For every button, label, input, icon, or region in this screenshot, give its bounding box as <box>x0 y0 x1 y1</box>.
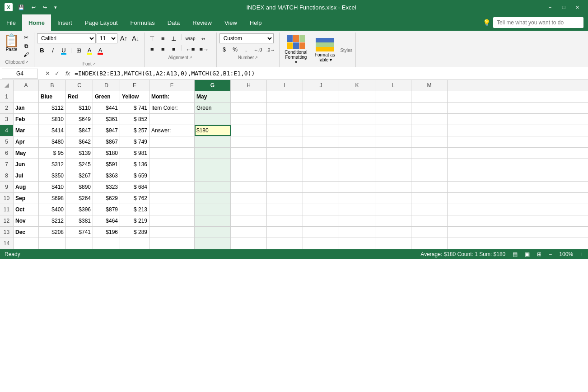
cell-I14[interactable] <box>267 238 303 249</box>
maximize-btn[interactable]: □ <box>557 2 570 12</box>
cell-J11[interactable] <box>303 204 339 215</box>
decrease-font-btn[interactable]: A↓ <box>130 33 141 43</box>
cell-D1[interactable]: Green <box>93 91 120 102</box>
cell-D10[interactable]: $629 <box>93 193 120 204</box>
cell-D9[interactable]: $323 <box>93 182 120 192</box>
cell-B14[interactable] <box>39 238 66 249</box>
number-format-select[interactable]: Custom General Number Currency Accountin… <box>219 33 274 43</box>
cell-M2[interactable] <box>411 103 448 113</box>
customize-quick-btn[interactable]: ▾ <box>52 4 59 11</box>
tab-data[interactable]: Data <box>161 14 186 31</box>
cell-F5[interactable] <box>149 136 195 147</box>
cell-K3[interactable] <box>339 114 375 125</box>
top-align-btn[interactable]: ⊤ <box>147 33 157 43</box>
cell-M9[interactable] <box>411 182 448 192</box>
redo-quick-btn[interactable]: ↪ <box>41 4 49 11</box>
cell-C2[interactable]: $110 <box>66 103 93 113</box>
cell-L9[interactable] <box>375 182 411 192</box>
tab-file[interactable]: File <box>0 14 22 31</box>
cell-B8[interactable]: $350 <box>39 170 66 181</box>
col-header-l[interactable]: L <box>375 80 411 91</box>
cell-I12[interactable] <box>267 215 303 226</box>
cell-J3[interactable] <box>303 114 339 125</box>
cell-I4[interactable] <box>267 125 303 136</box>
border-btn[interactable]: ⊞ <box>74 45 84 55</box>
cell-L7[interactable] <box>375 159 411 170</box>
cell-B7[interactable]: $312 <box>39 159 66 170</box>
row-header-7[interactable]: 7 <box>0 159 14 170</box>
cell-F2[interactable]: Item Color: <box>149 103 195 113</box>
col-header-c[interactable]: C <box>66 80 93 91</box>
minimize-btn[interactable]: − <box>544 2 556 12</box>
cell-G6[interactable] <box>195 148 231 159</box>
align-right-btn[interactable]: ≡ <box>169 44 179 54</box>
cell-C7[interactable]: $245 <box>66 159 93 170</box>
cell-A4[interactable]: Mar <box>14 125 39 136</box>
cell-E13[interactable]: $ 289 <box>120 227 149 238</box>
percent-btn[interactable]: % <box>230 45 240 54</box>
cell-J8[interactable] <box>303 170 339 181</box>
cell-B10[interactable]: $698 <box>39 193 66 204</box>
cell-K9[interactable] <box>339 182 375 192</box>
align-center-btn[interactable]: ≡ <box>158 44 168 54</box>
row-header-5[interactable]: 5 <box>0 136 14 147</box>
cell-M12[interactable] <box>411 215 448 226</box>
tab-help[interactable]: Help <box>243 14 268 31</box>
cell-E1[interactable]: Yellow <box>120 91 149 102</box>
cell-J12[interactable] <box>303 215 339 226</box>
cell-M5[interactable] <box>411 136 448 147</box>
cell-M7[interactable] <box>411 159 448 170</box>
cell-F13[interactable] <box>149 227 195 238</box>
row-header-14[interactable]: 14 <box>0 238 14 249</box>
cell-B13[interactable]: $208 <box>39 227 66 238</box>
cell-E4[interactable]: $ 257 <box>120 125 149 136</box>
col-header-m[interactable]: M <box>411 80 448 91</box>
tab-view[interactable]: View <box>218 14 243 31</box>
row-header-11[interactable]: 11 <box>0 204 14 215</box>
cell-I10[interactable] <box>267 193 303 204</box>
cell-M8[interactable] <box>411 170 448 181</box>
cell-C11[interactable]: $396 <box>66 204 93 215</box>
cell-C9[interactable]: $890 <box>66 182 93 192</box>
row-header-8[interactable]: 8 <box>0 170 14 181</box>
cell-A11[interactable]: Oct <box>14 204 39 215</box>
cell-F14[interactable] <box>149 238 195 249</box>
cell-H14[interactable] <box>231 238 267 249</box>
cell-K13[interactable] <box>339 227 375 238</box>
cell-M14[interactable] <box>411 238 448 249</box>
cell-H9[interactable] <box>231 182 267 192</box>
cell-E12[interactable]: $ 219 <box>120 215 149 226</box>
wrap-text-btn[interactable]: wrap <box>184 33 197 43</box>
close-btn[interactable]: ✕ <box>571 2 583 12</box>
conditional-formatting-btn[interactable]: ConditionalFormatting ▾ <box>282 33 309 66</box>
cell-G8[interactable] <box>195 170 231 181</box>
view-page-break-icon[interactable]: ⊞ <box>537 251 541 257</box>
cell-H8[interactable] <box>231 170 267 181</box>
cell-B2[interactable]: $112 <box>39 103 66 113</box>
row-header-2[interactable]: 2 <box>0 103 14 113</box>
cell-D7[interactable]: $591 <box>93 159 120 170</box>
cut-button[interactable]: ✂ <box>21 33 31 42</box>
cell-C13[interactable]: $741 <box>66 227 93 238</box>
cell-J2[interactable] <box>303 103 339 113</box>
view-normal-icon[interactable]: ▤ <box>513 251 518 257</box>
cell-E9[interactable]: $ 684 <box>120 182 149 192</box>
merge-center-btn[interactable]: ⇔ <box>198 33 208 43</box>
cell-J5[interactable] <box>303 136 339 147</box>
tell-me-input[interactable] <box>493 17 583 28</box>
view-layout-icon[interactable]: ▣ <box>525 251 530 257</box>
cell-F6[interactable] <box>149 148 195 159</box>
cell-F3[interactable] <box>149 114 195 125</box>
cell-J6[interactable] <box>303 148 339 159</box>
cell-A2[interactable]: Jan <box>14 103 39 113</box>
increase-font-btn[interactable]: A↑ <box>118 33 129 43</box>
cell-F12[interactable] <box>149 215 195 226</box>
cell-D14[interactable] <box>93 238 120 249</box>
cell-L14[interactable] <box>375 238 411 249</box>
cell-F4[interactable]: Answer: <box>149 125 195 136</box>
cell-G2[interactable]: Green <box>195 103 231 113</box>
cell-A8[interactable]: Jul <box>14 170 39 181</box>
cell-H1[interactable] <box>231 91 267 102</box>
cell-G4[interactable]: $180 <box>195 125 231 136</box>
col-header-g[interactable]: G <box>195 80 231 91</box>
